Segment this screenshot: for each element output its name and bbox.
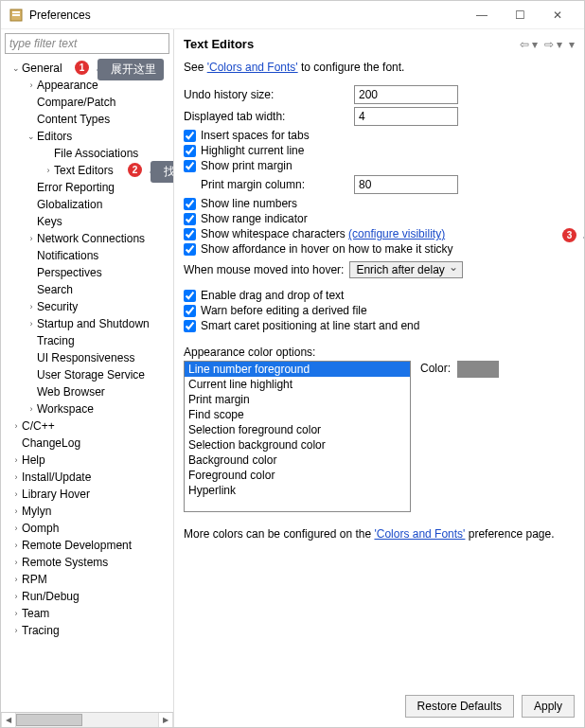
color-swatch[interactable]: [457, 361, 499, 378]
scroll-thumb[interactable]: [16, 714, 82, 726]
expand-icon[interactable]: ›: [10, 626, 22, 635]
listbox-item[interactable]: Foreground color: [185, 468, 410, 483]
expand-icon[interactable]: ›: [26, 302, 37, 311]
expand-icon[interactable]: ›: [26, 404, 37, 414]
range-indicator-checkbox[interactable]: [184, 213, 196, 225]
expand-icon[interactable]: ›: [26, 319, 37, 328]
tree-item[interactable]: ›Appearance: [1, 77, 173, 94]
tree-item[interactable]: Tracing: [1, 332, 173, 349]
expand-icon[interactable]: ›: [10, 455, 22, 465]
configure-visibility-link[interactable]: (configure visibility): [348, 227, 445, 240]
hover-select[interactable]: Enrich after delay: [349, 261, 462, 278]
tree-item[interactable]: ›Remote Development: [1, 537, 173, 554]
expand-icon[interactable]: ›: [10, 592, 22, 601]
tree-item[interactable]: ›Remote Systems: [1, 554, 173, 571]
expand-icon[interactable]: ›: [10, 575, 22, 584]
listbox-item[interactable]: Find scope: [185, 407, 410, 422]
smart-caret-checkbox[interactable]: [184, 320, 196, 332]
tree-item[interactable]: ›RPM: [1, 571, 173, 588]
tree-item[interactable]: ›Network Connections: [1, 230, 173, 247]
line-numbers-checkbox[interactable]: [184, 198, 196, 210]
expand-icon[interactable]: ›: [10, 609, 22, 618]
tree-item[interactable]: ›Run/Debug: [1, 588, 173, 605]
tree-item[interactable]: ⌄Editors: [1, 128, 173, 145]
minimize-button[interactable]: —: [463, 2, 501, 28]
annotation-badge-1: 1: [75, 61, 89, 75]
close-button[interactable]: ✕: [539, 2, 576, 28]
colors-fonts-link[interactable]: 'Colors and Fonts': [207, 61, 298, 74]
tree-item[interactable]: Content Types: [1, 111, 173, 128]
listbox-item[interactable]: Selection foreground color: [185, 422, 410, 437]
tree-item[interactable]: Web Browser: [1, 383, 173, 400]
listbox-item[interactable]: Selection background color: [185, 437, 410, 453]
tree-item[interactable]: Perspectives: [1, 264, 173, 281]
scroll-right-button[interactable]: ▶: [158, 713, 173, 727]
tree-item[interactable]: ChangeLog: [1, 435, 173, 452]
tree-item[interactable]: User Storage Service: [1, 366, 173, 383]
highlight-line-checkbox[interactable]: [184, 145, 196, 157]
maximize-button[interactable]: ☐: [501, 2, 539, 28]
footer-link[interactable]: 'Colors and Fonts': [374, 527, 465, 541]
tree-item[interactable]: Search: [1, 281, 173, 298]
tab-input[interactable]: [354, 107, 458, 126]
tree-item[interactable]: File Associations: [1, 145, 173, 162]
tree-item[interactable]: Error Reporting: [1, 179, 173, 196]
tree-item[interactable]: Notifications: [1, 247, 173, 264]
tree-item[interactable]: ⌄General1展开这里: [1, 60, 173, 77]
listbox-item[interactable]: Hyperlink: [185, 483, 410, 498]
tree-item[interactable]: ›Text Editors2找到这个: [1, 162, 173, 179]
expand-icon[interactable]: ›: [26, 80, 37, 90]
nav-arrows[interactable]: ⇦ ▾ ⇨ ▾ ▾: [520, 38, 575, 51]
restore-defaults-button[interactable]: Restore Defaults: [405, 695, 514, 718]
margin-input[interactable]: [354, 175, 458, 194]
preferences-tree[interactable]: ⌄General1展开这里›AppearanceCompare/PatchCon…: [1, 58, 173, 712]
tree-item[interactable]: ›Team: [1, 605, 173, 622]
tree-item[interactable]: ›Workspace: [1, 400, 173, 417]
tree-item[interactable]: ›Tracing: [1, 622, 173, 639]
appearance-listbox[interactable]: Line number foregroundCurrent line highl…: [184, 361, 411, 512]
scroll-track[interactable]: [16, 713, 158, 727]
tree-item-label: Remote Systems: [22, 556, 108, 569]
listbox-item[interactable]: Print margin: [185, 392, 410, 407]
expand-icon[interactable]: ⌄: [26, 132, 37, 141]
expand-icon[interactable]: ›: [10, 558, 22, 567]
scroll-left-button[interactable]: ◀: [1, 713, 16, 727]
warn-derived-checkbox[interactable]: [184, 305, 196, 317]
expand-icon[interactable]: ›: [10, 421, 22, 431]
filter-input[interactable]: type filter text: [5, 33, 169, 54]
intro-prefix: See: [184, 61, 207, 74]
expand-icon[interactable]: ›: [10, 541, 22, 550]
listbox-item[interactable]: Background color: [185, 453, 410, 468]
drag-drop-checkbox[interactable]: [184, 290, 196, 302]
tree-item[interactable]: ›C/C++: [1, 417, 173, 435]
tree-item[interactable]: ›Library Hover: [1, 486, 173, 503]
tree-item[interactable]: ›Mylyn: [1, 503, 173, 520]
tree-item[interactable]: ›Startup and Shutdown: [1, 315, 173, 332]
tree-item[interactable]: ›Oomph: [1, 520, 173, 537]
listbox-item[interactable]: Line number foreground: [185, 362, 410, 377]
expand-icon[interactable]: ›: [10, 506, 22, 516]
undo-input[interactable]: [354, 85, 458, 104]
expand-icon[interactable]: ›: [10, 524, 22, 533]
tree-item[interactable]: ›Help: [1, 452, 173, 469]
tree-item[interactable]: Keys: [1, 213, 173, 230]
expand-icon[interactable]: ›: [26, 234, 37, 243]
tree-item[interactable]: Compare/Patch: [1, 94, 173, 111]
expand-icon[interactable]: ›: [10, 489, 22, 499]
tree-item[interactable]: UI Responsiveness: [1, 349, 173, 366]
affordance-checkbox[interactable]: [184, 243, 196, 256]
apply-button[interactable]: Apply: [522, 695, 575, 718]
expand-icon[interactable]: ›: [10, 472, 22, 482]
insert-spaces-checkbox[interactable]: [184, 130, 196, 142]
expand-icon[interactable]: ⌄: [10, 63, 22, 73]
horizontal-scrollbar[interactable]: ◀ ▶: [1, 712, 173, 727]
tree-item[interactable]: Globalization: [1, 196, 173, 213]
tree-item[interactable]: ›Security: [1, 298, 173, 315]
footer-prefix: More colors can be configured on the: [184, 527, 374, 541]
whitespace-checkbox[interactable]: [184, 228, 196, 240]
expand-icon[interactable]: ›: [43, 166, 54, 175]
tree-item[interactable]: ›Install/Update: [1, 469, 173, 486]
listbox-item[interactable]: Current line highlight: [185, 377, 410, 392]
print-margin-checkbox[interactable]: [184, 160, 196, 172]
tree-item-label: Keys: [37, 215, 62, 228]
